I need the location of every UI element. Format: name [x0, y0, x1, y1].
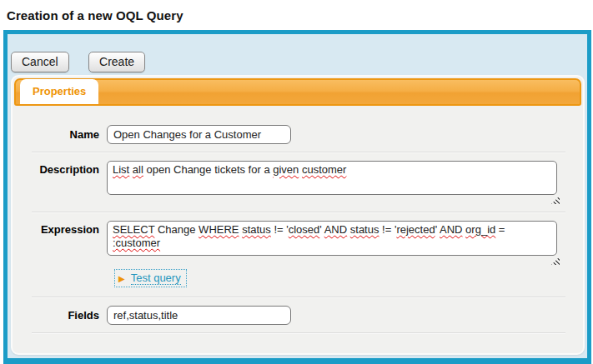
fields-row: Fields: [13, 306, 583, 325]
description-label: Description: [13, 161, 107, 176]
toggle-arrow-icon: ▶: [118, 274, 125, 283]
description-row: Description List all open Change tickets…: [13, 161, 583, 204]
creation-form-panel: Cancel Create Properties Name Descriptio…: [3, 30, 591, 364]
name-label: Name: [13, 128, 107, 141]
test-query-toggle[interactable]: ▶ Test query: [114, 269, 187, 287]
separator: [32, 212, 565, 213]
properties-form: Name Description List all open Change ti…: [13, 107, 583, 334]
tab-content-card: Properties Name Description List all ope…: [11, 75, 585, 355]
name-input[interactable]: [107, 125, 291, 144]
separator: [32, 297, 565, 298]
resize-grip-icon[interactable]: [551, 196, 560, 204]
bottom-toolbar: Cancel Create: [8, 355, 587, 364]
top-toolbar: Cancel Create: [8, 34, 587, 72]
create-button[interactable]: Create: [88, 52, 145, 72]
separator: [32, 152, 565, 153]
expression-label: Expression: [13, 221, 107, 236]
fields-label: Fields: [13, 309, 107, 322]
page-title: Creation of a new OQL Query: [7, 8, 586, 22]
resize-grip-icon[interactable]: [551, 257, 560, 265]
expression-textarea[interactable]: SELECT Change WHERE status != 'closed' A…: [107, 221, 557, 256]
separator: [32, 332, 565, 334]
test-query-link[interactable]: Test query: [131, 272, 181, 285]
description-textarea[interactable]: List all open Change tickets for a given…: [107, 161, 557, 195]
tab-bar: Properties: [14, 78, 581, 106]
cancel-button[interactable]: Cancel: [11, 52, 69, 72]
name-row: Name: [13, 125, 583, 144]
tab-properties[interactable]: Properties: [20, 79, 98, 104]
expression-row: Expression SELECT Change WHERE status !=…: [13, 221, 583, 265]
fields-input[interactable]: [107, 306, 291, 325]
